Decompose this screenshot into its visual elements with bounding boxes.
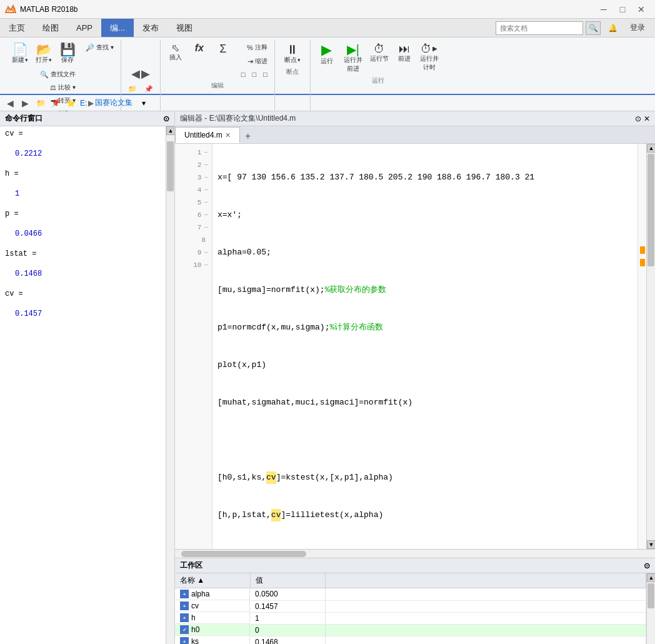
col-name-header[interactable]: 名称 ▲	[175, 573, 250, 588]
code-line-2: x=x';	[218, 209, 632, 221]
menu-publish[interactable]: 发布	[134, 19, 168, 37]
var-icon-cv: +	[180, 601, 189, 610]
format-btn2[interactable]: □	[249, 69, 259, 80]
format-btn1[interactable]: □	[238, 69, 249, 80]
save-button[interactable]: 💾 保存	[56, 41, 79, 66]
editor-scroll-thumb-h[interactable]	[181, 551, 306, 557]
editor-expand-icon[interactable]: ⊙	[635, 114, 641, 123]
var-name-alpha[interactable]: + alpha	[175, 588, 250, 600]
workspace-scrollbar-vertical[interactable]: ▲ ▼	[646, 573, 655, 644]
minimize-button[interactable]: ─	[595, 3, 612, 16]
comment-button[interactable]: % 注释	[238, 41, 271, 54]
run-section-button[interactable]: ⏱ 运行节	[367, 41, 392, 65]
workspace-header: 工作区 ⊙	[175, 558, 655, 573]
menu-plot[interactable]: 绘图	[34, 19, 68, 37]
new-button[interactable]: 📄 新建▾	[9, 41, 31, 66]
var-name-cv[interactable]: + cv	[175, 600, 250, 612]
breakpoint-button[interactable]: ⏸ 断点▾	[279, 41, 306, 66]
cmd-line-blank9	[5, 299, 161, 309]
find-button[interactable]: 🔎 查找 ▾	[82, 41, 117, 54]
table-row[interactable]: + h 1	[175, 612, 646, 624]
table-row[interactable]: + ks 0.1468	[175, 636, 646, 644]
cmd-line-blank6	[5, 239, 161, 249]
editor-scroll-up-button[interactable]: ▲	[647, 144, 655, 153]
run-advance-button[interactable]: ▶| 运行并前进	[341, 41, 366, 75]
editor-body: 1− 2− 3− 4− 5− 6− 7− 8 9− 10− x=[ 97 130…	[175, 144, 655, 549]
login-button[interactable]: 登录	[625, 21, 650, 34]
editor-tab-label: Untitled4.m	[184, 131, 222, 139]
format-btn3[interactable]: □	[260, 69, 271, 80]
var-value-cv: 0.1457	[250, 600, 325, 612]
editor-close-icon[interactable]: ✕	[644, 114, 650, 123]
search-input[interactable]	[496, 21, 583, 35]
sigma-button[interactable]: Σ	[212, 41, 234, 56]
close-button[interactable]: ✕	[632, 3, 650, 16]
advance-icon: ⏭	[399, 43, 410, 54]
var-name-h[interactable]: + h	[175, 612, 250, 624]
run-time-icon: ⏱▶	[421, 43, 438, 54]
code-line-10: [h,p,lstat,cv]=lillietest(x,alpha)	[218, 509, 632, 521]
cmd-line-lstat1: lstat =	[5, 249, 161, 259]
search-button[interactable]: 🔍	[586, 21, 601, 35]
cmd-expand-icon[interactable]: ⊙	[163, 114, 169, 123]
col-value-header[interactable]: 值	[250, 573, 325, 588]
nav-btn1[interactable]: 📁	[125, 83, 140, 95]
var-name-h0[interactable]: ✓ h0	[175, 624, 250, 636]
comment-icon: %	[247, 44, 253, 51]
table-row[interactable]: + alpha 0.0500	[175, 588, 646, 601]
star-button[interactable]: ⭐	[64, 97, 78, 109]
table-row[interactable]: + cv 0.1457	[175, 600, 646, 612]
editor-scroll-down-button[interactable]: ▼	[647, 540, 655, 549]
var-name-ks[interactable]: + ks	[175, 636, 250, 644]
cmd-scroll-up-button[interactable]: ▲	[166, 126, 174, 135]
editor-tab-untitled4[interactable]: Untitled4.m ✕	[175, 127, 240, 143]
cmd-line-p1: p =	[5, 209, 161, 219]
menu-view[interactable]: 视图	[168, 19, 201, 37]
table-row[interactable]: ✓ h0 0	[175, 624, 646, 636]
ribbon-toolbar: 📄 新建▾ 📂 打开▾ 💾 保存 🔍	[0, 38, 655, 95]
open-button[interactable]: 📂 打开▾	[32, 41, 55, 66]
cmd-scroll-thumb[interactable]	[167, 141, 174, 191]
pin-path-button[interactable]: 📌	[49, 97, 62, 109]
path-item-e[interactable]: E:	[80, 99, 87, 108]
menu-edit[interactable]: 编...	[101, 19, 134, 37]
editor-gutter: 1− 2− 3− 4− 5− 6− 7− 8 9− 10−	[175, 144, 212, 549]
menu-app[interactable]: APP	[68, 19, 101, 37]
tab-close-icon[interactable]: ✕	[225, 131, 231, 139]
notification-button[interactable]: 🔔	[603, 23, 622, 34]
path-back-button[interactable]: ◀	[4, 97, 16, 109]
insert-button[interactable]: ⬁ 插入	[164, 41, 187, 64]
path-forward-button[interactable]: ▶	[19, 97, 31, 109]
editor-scrollbar-horizontal[interactable]	[175, 549, 655, 558]
editor-scroll-thumb[interactable]	[648, 154, 654, 266]
path-dropdown-button[interactable]: ▾	[138, 97, 150, 109]
folder-up-button[interactable]: 📁	[34, 97, 48, 109]
advance-button[interactable]: ⏭ 前进	[393, 41, 416, 65]
run-section-icon: ⏱	[374, 43, 385, 54]
menu-home[interactable]: 主页	[0, 19, 34, 37]
compare-button[interactable]: ⚖ 比较 ▾	[9, 81, 79, 94]
workspace-expand-icon[interactable]: ⊙	[644, 561, 650, 570]
editor-code[interactable]: x=[ 97 130 156.6 135.2 137.7 180.5 205.2…	[212, 144, 638, 549]
cmd-line-blank8	[5, 279, 161, 289]
command-output: cv = 0.2212 h = 1 p = 0.0466 lstat = 0.1…	[0, 126, 166, 644]
workspace-scroll-thumb[interactable]	[648, 583, 654, 608]
nav-back-icon[interactable]: ◀	[131, 67, 140, 81]
indicator-7	[638, 219, 646, 231]
workspace-scroll-up-button[interactable]: ▲	[647, 573, 655, 582]
cmd-line-blank5	[5, 219, 161, 229]
nav-fwd-icon[interactable]: ▶	[141, 67, 150, 81]
maximize-button[interactable]: □	[614, 3, 631, 16]
run-button[interactable]: ▶ 运行	[314, 41, 339, 68]
compare-icon: ⚖	[50, 84, 56, 92]
find-file-button[interactable]: 🔍 查找文件	[9, 68, 79, 81]
run-time-button[interactable]: ⏱▶ 运行并计时	[417, 41, 442, 74]
cmd-scrollbar-vertical[interactable]: ▲ ▼	[166, 126, 174, 644]
nav-btn2[interactable]: 📌	[141, 83, 156, 95]
editor-scrollbar-vertical[interactable]: ▲ ▼	[646, 144, 655, 549]
fx-button[interactable]: fx	[188, 41, 211, 55]
open-icon: 📂	[36, 43, 52, 56]
new-tab-button[interactable]: +	[241, 129, 255, 143]
path-item-folder[interactable]: 国赛论文集	[95, 98, 132, 108]
indent-button[interactable]: ⇥ 缩进	[238, 55, 271, 68]
